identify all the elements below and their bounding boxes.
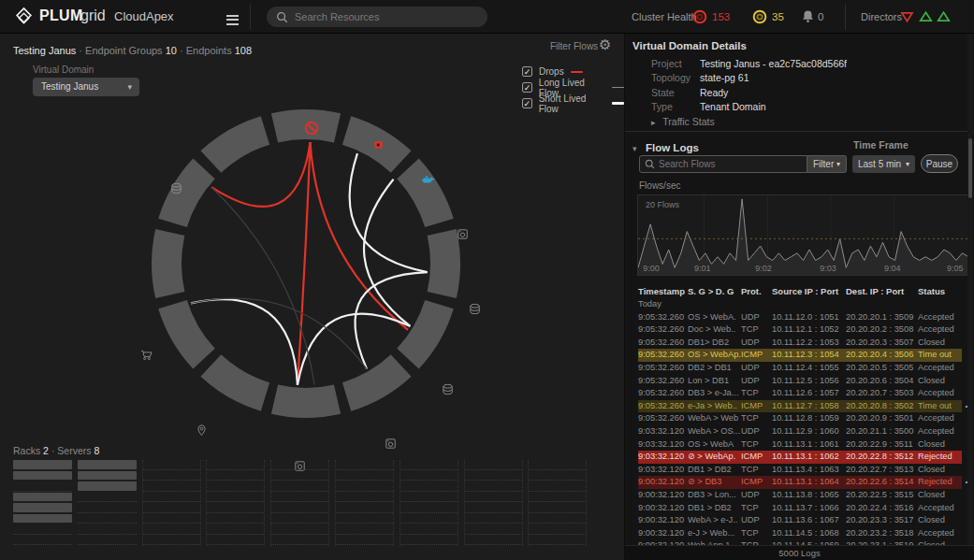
filter-dropdown[interactable]: Filter ▾ xyxy=(807,155,847,173)
server-unit[interactable] xyxy=(13,503,72,512)
column-header[interactable]: Prot. xyxy=(741,284,772,298)
cart-icon[interactable] xyxy=(139,348,156,365)
flow-log-table[interactable]: TimestampS. G > D. GProt.Source IP : Por… xyxy=(625,284,974,545)
server-unit[interactable] xyxy=(13,471,72,481)
app-icon[interactable] xyxy=(384,437,400,453)
table-row[interactable]: 9:03:32.120DB1 > DB2TCP10.11.13.4 : 1063… xyxy=(625,464,974,477)
prohibited-icon[interactable] xyxy=(303,120,320,136)
table-cell: 20.20.23.3 : 3517 xyxy=(846,514,918,527)
rack-empty[interactable] xyxy=(206,460,265,546)
table-row[interactable]: 9:00:32.120⊘ > DB3ICMP10.11.13.1 : 10642… xyxy=(625,476,974,489)
column-header[interactable]: Dest. IP : Port xyxy=(846,284,918,298)
table-cell: Closed xyxy=(918,514,962,527)
docker-icon[interactable] xyxy=(421,173,438,190)
table-row[interactable]: 9:00:32.120DB1 > DB2TCP10.11.13.7 : 1066… xyxy=(625,502,974,515)
empty-slot xyxy=(78,524,137,535)
director-up-icon[interactable] xyxy=(919,10,933,23)
table-row[interactable]: 9:05:32.260OS > WebA.UDP10.11.12.0 : 105… xyxy=(625,311,974,324)
empty-slot xyxy=(336,524,393,535)
table-cell: WebA > Web xyxy=(688,412,741,425)
table-row[interactable]: 9:05:32.260DB3 > e-Ja...TCP10.11.12.6 : … xyxy=(625,387,974,400)
traffic-stats-toggle[interactable]: ▸ Traffic Stats xyxy=(651,116,715,127)
database-icon[interactable] xyxy=(441,382,458,399)
table-row[interactable]: 9:05:32.260WebA > WebTCP10.11.12.8 : 105… xyxy=(625,412,974,425)
table-row[interactable]: 9:03:32.120⊘ > WebAp.ICMP10.11.13.1 : 10… xyxy=(625,451,974,464)
rack[interactable] xyxy=(78,460,137,546)
endpoint-group-segment[interactable] xyxy=(158,158,215,227)
server-unit[interactable] xyxy=(13,493,72,502)
endpoint-group-segment[interactable] xyxy=(397,158,454,227)
detail-row: Topologystate-pg 61 xyxy=(651,71,960,86)
table-cell: TCP xyxy=(741,502,772,515)
endpoint-group-segment[interactable] xyxy=(158,300,215,369)
table-cell: TCP xyxy=(741,412,772,425)
flow-chord-long[interactable] xyxy=(191,298,367,369)
app-icon[interactable] xyxy=(456,227,472,244)
endpoint-group-segment[interactable] xyxy=(342,354,412,411)
rack-empty[interactable] xyxy=(335,460,394,546)
scrollbar-track[interactable] xyxy=(967,34,973,545)
alerts-count[interactable]: 0 xyxy=(818,11,823,22)
flow-logs-toggle[interactable]: ▾ Flow Logs xyxy=(632,138,699,155)
column-header[interactable]: S. G > D. G xyxy=(688,284,741,298)
empty-slot xyxy=(207,471,264,481)
health-warning-icon[interactable] xyxy=(752,9,767,24)
rack-empty[interactable] xyxy=(400,460,458,546)
pause-button[interactable]: Pause xyxy=(921,154,958,173)
table-row[interactable]: 9:00:32.120WebA > e-J..UDP10.11.13.6 : 1… xyxy=(625,514,974,527)
table-row[interactable]: 9:03:32.120WebA > OS...UDP10.11.12.9 : 1… xyxy=(625,425,974,438)
column-header[interactable]: Status xyxy=(918,284,962,298)
scrollbar-thumb[interactable] xyxy=(968,138,972,198)
column-header[interactable]: Timestamp xyxy=(638,284,688,298)
container-icon[interactable] xyxy=(371,137,388,154)
health-critical-icon[interactable] xyxy=(692,9,707,24)
bell-icon[interactable] xyxy=(801,8,815,24)
server-unit[interactable] xyxy=(78,481,137,491)
table-cell: UDP xyxy=(741,375,772,388)
rack[interactable] xyxy=(13,460,72,546)
rack-empty[interactable] xyxy=(528,460,587,546)
flow-search-input[interactable] xyxy=(659,159,799,169)
collapsed-arrow-icon: ▸ xyxy=(651,118,656,127)
table-row[interactable]: 9:05:32.260OS > WebAp.ICMP10.11.12.3 : 1… xyxy=(625,349,974,362)
server-unit[interactable] xyxy=(13,460,72,469)
search-input[interactable] xyxy=(295,11,463,22)
rack-empty[interactable] xyxy=(142,460,201,546)
rack-empty[interactable] xyxy=(464,460,523,546)
database-icon[interactable] xyxy=(169,181,186,198)
warning-count[interactable]: 35 xyxy=(772,11,784,22)
critical-count[interactable]: 153 xyxy=(712,11,730,22)
director-down-icon[interactable] xyxy=(900,10,914,23)
flow-chord-short[interactable] xyxy=(364,179,410,326)
database-icon[interactable] xyxy=(468,302,485,319)
director-up-icon-2[interactable] xyxy=(937,10,951,23)
endpoint-group-segment[interactable] xyxy=(200,116,269,173)
empty-slot xyxy=(271,536,328,546)
chord-diagram[interactable] xyxy=(0,34,624,473)
endpoint-group-segment[interactable] xyxy=(152,229,184,298)
resource-search[interactable] xyxy=(267,7,487,27)
table-cell: 9:05:32.260 xyxy=(638,400,688,413)
menu-icon[interactable] xyxy=(226,12,239,27)
table-row[interactable]: 9:00:32.120e-J > Web...TCP10.11.14.5 : 1… xyxy=(625,527,974,540)
rack-empty[interactable] xyxy=(270,460,329,546)
server-unit[interactable] xyxy=(78,460,137,469)
table-row[interactable]: 9:05:32.260Doc > Web..TCP10.11.12.1 : 10… xyxy=(625,323,974,337)
table-row[interactable]: 9:00:32.120DB3 > Lon...UDP10.11.13.8 : 1… xyxy=(625,489,974,502)
table-row[interactable]: 9:03:32.120OS > WebATCP10.11.13.1 : 1061… xyxy=(625,438,974,452)
flow-search[interactable] xyxy=(639,155,807,173)
table-row[interactable]: 9:05:32.260Lon > DB1UDP10.11.12.5 : 1056… xyxy=(625,375,974,388)
endpoint-group-segment[interactable] xyxy=(271,385,341,418)
empty-slot xyxy=(207,481,264,492)
endpoint-group-segment[interactable] xyxy=(200,354,269,411)
table-cell: 10.11.13.4 : 1063 xyxy=(772,464,846,477)
table-row[interactable]: 9:05:32.260DB1> DB2UDP10.11.12.2 : 10532… xyxy=(625,337,974,350)
server-unit[interactable] xyxy=(13,514,72,524)
server-unit[interactable] xyxy=(78,471,137,481)
time-frame-select[interactable]: Last 5 min ▾ xyxy=(852,155,915,173)
pin-icon[interactable] xyxy=(195,424,211,440)
table-row[interactable]: 9:05:32.260e-Ja > Web..ICMP10.11.12.7 : … xyxy=(625,400,974,413)
endpoint-group-segment[interactable] xyxy=(397,300,454,369)
column-header[interactable]: Source IP : Port xyxy=(772,284,846,298)
table-row[interactable]: 9:05:32.260DB2 > DB1UDP10.11.12.4 : 1055… xyxy=(625,362,974,375)
